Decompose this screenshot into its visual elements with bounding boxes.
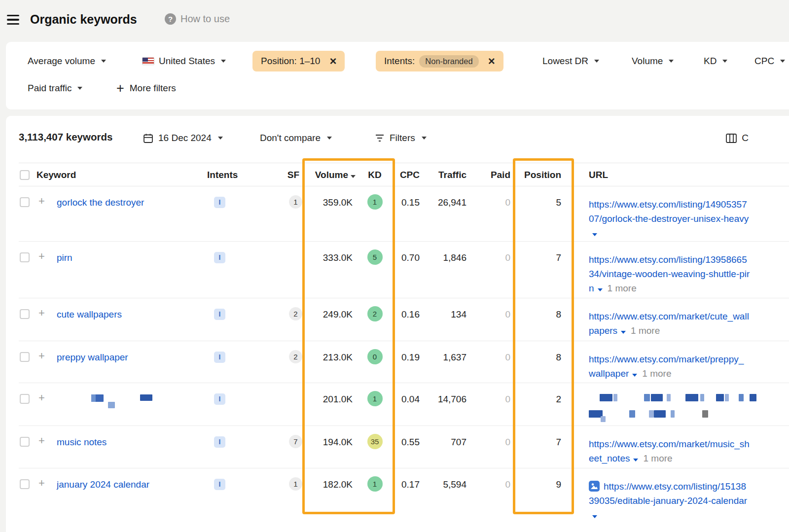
- sort-desc-icon: [351, 175, 356, 178]
- cpc-value: 0.15: [391, 186, 422, 241]
- page-title: Organic keywords: [30, 12, 137, 27]
- plus-icon: +: [116, 82, 124, 95]
- expand-plus-icon[interactable]: +: [36, 298, 53, 341]
- results-panel: 3,113,407 keywords 16 Dec 2024 Don't com…: [6, 116, 789, 532]
- kd-filter-dropdown[interactable]: KD: [704, 51, 727, 71]
- filter-bar: Average volume United States Position: 1…: [6, 42, 789, 109]
- chevron-down-icon: [101, 60, 106, 63]
- expand-plus-icon[interactable]: +: [36, 426, 53, 468]
- more-urls-link[interactable]: 1 more: [631, 325, 660, 336]
- row-checkbox[interactable]: [20, 437, 30, 447]
- row-checkbox[interactable]: [20, 309, 30, 319]
- column-header-url[interactable]: URL: [563, 163, 789, 186]
- column-header-kd[interactable]: KD: [359, 163, 391, 186]
- sf-badge: 2: [289, 307, 302, 320]
- paid-value: 0: [468, 298, 512, 341]
- how-to-use-link[interactable]: ? How to use: [165, 13, 230, 25]
- compare-dropdown[interactable]: Don't compare: [260, 133, 332, 143]
- close-icon[interactable]: ×: [488, 55, 495, 67]
- more-urls-link[interactable]: 1 more: [642, 368, 671, 379]
- keyword-link[interactable]: music notes: [57, 437, 107, 447]
- lowest-dr-dropdown[interactable]: Lowest DR: [542, 51, 599, 71]
- url-link[interactable]: https://www.etsy.com/market/cute_wallpap…: [589, 311, 749, 336]
- average-volume-dropdown[interactable]: Average volume: [28, 51, 106, 71]
- chevron-down-icon[interactable]: [633, 459, 638, 461]
- chevron-down-icon[interactable]: [632, 374, 637, 377]
- sf-badge: 7: [289, 435, 302, 448]
- traffic-value: 134: [422, 298, 468, 341]
- row-checkbox[interactable]: [20, 352, 30, 362]
- intents-filter-pill[interactable]: Intents: Non-branded ×: [376, 51, 503, 71]
- table-row: + pirn I 333.0K 5 0.70 1,846 0 7 https:/…: [19, 242, 789, 298]
- row-checkbox[interactable]: [20, 252, 30, 262]
- column-header-sf[interactable]: SF: [287, 163, 303, 186]
- chevron-down-icon[interactable]: [621, 331, 626, 334]
- chevron-down-icon[interactable]: [598, 288, 603, 291]
- column-header-intents[interactable]: Intents: [207, 163, 281, 186]
- cpc-value: 0.17: [391, 468, 422, 532]
- volume-value: 194.0K: [303, 426, 359, 468]
- volume-filter-dropdown[interactable]: Volume: [632, 51, 674, 71]
- chevron-down-icon[interactable]: [592, 233, 597, 236]
- paid-value: 0: [468, 341, 512, 383]
- url-link[interactable]: https://www.etsy.com/listing/1490535707/…: [589, 199, 749, 224]
- chevron-down-icon: [722, 60, 727, 63]
- kd-badge: 0: [367, 349, 383, 364]
- volume-value: 359.0K: [303, 186, 359, 241]
- column-header-volume[interactable]: Volume: [303, 163, 359, 186]
- cpc-value: 0.19: [391, 341, 422, 383]
- position-value: 7: [512, 242, 563, 298]
- more-filters-button[interactable]: + More filters: [116, 78, 176, 99]
- table-row: + I 201.0K 1 0.04 14,706 0 2: [19, 383, 789, 426]
- menu-icon[interactable]: [7, 15, 19, 25]
- how-to-use-label: How to use: [180, 13, 230, 25]
- chevron-down-icon[interactable]: [592, 515, 597, 518]
- intent-badge: I: [214, 252, 225, 263]
- volume-value: 333.0K: [303, 242, 359, 298]
- table-row: + gorlock the destroyer I 1 359.0K 1 0.1…: [19, 186, 789, 242]
- keyword-link[interactable]: cute wallpapers: [57, 309, 122, 319]
- cpc-value: 0.55: [391, 426, 422, 468]
- column-header-cpc[interactable]: CPC: [391, 163, 422, 186]
- keyword-link[interactable]: preppy wallpaper: [57, 352, 128, 362]
- date-picker[interactable]: 16 Dec 2024: [143, 133, 223, 143]
- volume-value: 249.0K: [303, 298, 359, 341]
- columns-button[interactable]: C: [726, 133, 749, 143]
- close-icon[interactable]: ×: [329, 55, 336, 67]
- expand-plus-icon[interactable]: +: [36, 468, 53, 532]
- intents-filter-value: Non-branded: [419, 55, 478, 68]
- select-all-checkbox[interactable]: [20, 170, 30, 180]
- expand-plus-icon[interactable]: +: [36, 186, 53, 241]
- column-header-keyword[interactable]: Keyword: [36, 163, 207, 186]
- table-row: + preppy wallpaper I 2 213.0K 0 0.19 1,6…: [19, 341, 789, 383]
- more-urls-link[interactable]: 1 more: [608, 283, 637, 293]
- kd-badge: 1: [367, 391, 383, 406]
- column-header-traffic[interactable]: Traffic: [422, 163, 468, 186]
- cpc-value: 0.16: [391, 298, 422, 341]
- keyword-link[interactable]: pirn: [57, 252, 72, 263]
- keyword-link[interactable]: january 2024 calendar: [57, 479, 149, 490]
- column-header-paid[interactable]: Paid: [468, 163, 512, 186]
- more-urls-link[interactable]: 1 more: [643, 453, 672, 463]
- expand-plus-icon[interactable]: +: [36, 341, 53, 383]
- keyword-link[interactable]: gorlock the destroyer: [57, 197, 144, 208]
- expand-plus-icon[interactable]: +: [36, 383, 53, 426]
- row-checkbox[interactable]: [20, 394, 30, 404]
- url-link[interactable]: https://www.etsy.com/listing/1513839035/…: [589, 481, 747, 506]
- calendar-icon: [143, 133, 153, 143]
- country-dropdown[interactable]: United States: [142, 51, 226, 71]
- position-value: 8: [512, 341, 563, 383]
- intent-badge: I: [214, 479, 225, 490]
- position-filter-pill[interactable]: Position: 1–10 ×: [252, 51, 345, 71]
- filters-dropdown[interactable]: Filters: [375, 133, 427, 143]
- row-checkbox[interactable]: [20, 479, 30, 489]
- position-value: 7: [512, 426, 563, 468]
- table-toolbar: 3,113,407 keywords 16 Dec 2024 Don't com…: [19, 116, 789, 163]
- column-header-position[interactable]: Position: [512, 163, 563, 186]
- row-checkbox[interactable]: [20, 197, 30, 207]
- expand-plus-icon[interactable]: +: [36, 242, 53, 298]
- position-value: 9: [512, 468, 563, 532]
- cpc-filter-dropdown[interactable]: CPC: [754, 51, 785, 71]
- paid-traffic-dropdown[interactable]: Paid traffic: [28, 78, 82, 99]
- help-icon: ?: [165, 13, 176, 25]
